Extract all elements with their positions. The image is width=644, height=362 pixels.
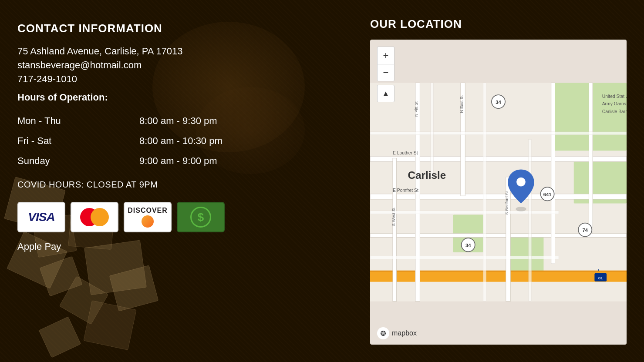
- left-column: CONTACT INFORMATION 75 Ashland Avenue, C…: [17, 17, 344, 345]
- mapbox-label: mapbox: [392, 329, 417, 337]
- discover-label: DISCOVER: [128, 207, 168, 215]
- mapbox-watermark: mapbox: [377, 327, 417, 339]
- svg-rect-20: [483, 83, 486, 301]
- svg-rect-14: [589, 83, 593, 233]
- svg-text:N Pitt St: N Pitt St: [414, 101, 418, 117]
- contact-phone: 717-249-1010: [17, 74, 344, 85]
- table-row: Fri - Sat 8:00 am - 10:30 pm: [17, 131, 344, 151]
- table-row: Mon - Thu 8:00 am - 9:30 pm: [17, 111, 344, 131]
- svg-text:34: 34: [465, 243, 471, 248]
- discover-dot: [142, 215, 154, 228]
- svg-text:N East St: N East St: [459, 95, 464, 113]
- compass-button[interactable]: ▲: [377, 85, 394, 102]
- svg-text:Carlisle Barra...: Carlisle Barra...: [602, 109, 627, 114]
- mastercard-payment-icon: [71, 202, 118, 232]
- svg-text:Army Garris...: Army Garris...: [602, 101, 627, 106]
- contact-email: stansbeverage@hotmail.com: [17, 60, 344, 71]
- hours-title: Hours of Operation:: [17, 92, 344, 103]
- svg-rect-8: [370, 271, 627, 282]
- mapbox-logo-svg: [378, 328, 388, 338]
- svg-text:E Pomfret St: E Pomfret St: [393, 188, 418, 193]
- location-section-title: OUR LOCATION: [370, 17, 627, 31]
- svg-text:S Bedford St: S Bedford St: [504, 191, 509, 215]
- mc-orange-circle: [91, 208, 109, 226]
- svg-point-43: [516, 207, 526, 211]
- hours-time: 9:00 am - 9:00 pm: [139, 151, 344, 171]
- zoom-in-button[interactable]: +: [377, 47, 394, 64]
- svg-point-44: [516, 178, 526, 187]
- cash-icon-circle: $: [190, 207, 211, 228]
- mastercard-circles: [80, 208, 109, 226]
- table-row: Sunday 9:00 am - 9:00 pm: [17, 151, 344, 171]
- svg-text:641: 641: [543, 192, 552, 197]
- covid-notice: COVID HOURS: CLOSED AT 9PM: [17, 180, 344, 190]
- svg-text:74: 74: [582, 228, 588, 233]
- svg-text:S West St: S West St: [391, 208, 396, 226]
- svg-rect-21: [529, 139, 532, 301]
- svg-text:Carlisle: Carlisle: [408, 169, 446, 181]
- svg-rect-13: [551, 83, 555, 264]
- contact-section-title: CONTACT INFORMATION: [17, 22, 344, 35]
- cash-payment-icon: $: [177, 202, 225, 232]
- mapbox-logo: [377, 327, 389, 339]
- hours-day: Fri - Sat: [17, 131, 139, 151]
- svg-text:United Stat...: United Stat...: [602, 94, 627, 99]
- svg-rect-15: [393, 158, 397, 302]
- svg-rect-19: [431, 83, 434, 177]
- hours-time: 8:00 am - 9:30 pm: [139, 111, 344, 131]
- zoom-out-button[interactable]: −: [377, 64, 394, 81]
- svg-rect-6: [370, 194, 627, 199]
- right-column: OUR LOCATION: [370, 17, 627, 345]
- hours-day: Mon - Thu: [17, 111, 139, 131]
- svg-rect-16: [370, 132, 627, 135]
- map-svg: N Pitt St N East St S Bedford St S West …: [370, 40, 627, 345]
- visa-payment-icon: VISA: [17, 202, 65, 232]
- map-controls: + − ▲: [377, 47, 394, 102]
- cash-dollar-symbol: $: [198, 211, 204, 224]
- svg-rect-5: [370, 156, 627, 161]
- svg-text:I: I: [598, 268, 599, 272]
- hours-time: 8:00 am - 10:30 pm: [139, 131, 344, 151]
- hours-day: Sunday: [17, 151, 139, 171]
- svg-text:81: 81: [598, 275, 603, 280]
- discover-payment-icon: DISCOVER: [124, 202, 172, 232]
- content-wrapper: CONTACT INFORMATION 75 Ashland Avenue, C…: [0, 0, 644, 362]
- hours-table: Mon - Thu 8:00 am - 9:30 pm Fri - Sat 8:…: [17, 111, 344, 171]
- svg-rect-9: [370, 271, 627, 272]
- contact-address: 75 Ashland Avenue, Carlisle, PA 17013: [17, 46, 344, 57]
- apple-pay-label: Apple Pay: [17, 241, 344, 252]
- visa-label: VISA: [28, 210, 54, 224]
- svg-text:E Louther St: E Louther St: [393, 151, 418, 155]
- map-container: N Pitt St N East St S Bedford St S West …: [370, 40, 627, 345]
- svg-text:34: 34: [496, 100, 501, 105]
- payment-icons: VISA DISCOVER $: [17, 202, 344, 232]
